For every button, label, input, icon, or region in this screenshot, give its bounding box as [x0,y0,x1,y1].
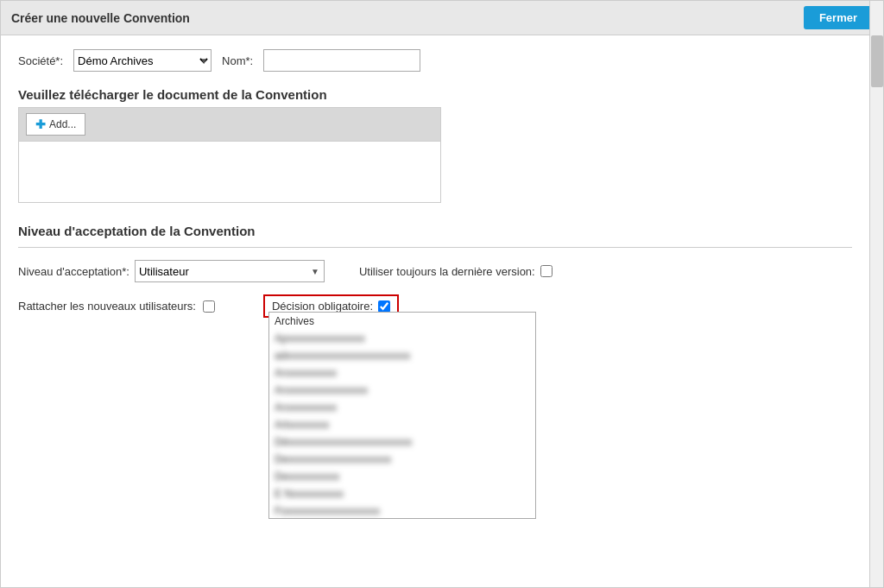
niveau-label: Niveau d'acceptation*: [18,265,129,278]
societe-select-wrapper: Démo Archives ▼ [73,49,212,72]
rattacher-label: Rattacher les nouveaux utilisateurs: [18,300,196,313]
dropdown-list[interactable]: ArchivesApxxxxxxxxxxxxxxxadxxxxxxxxxxxxx… [268,312,536,519]
scrollbar[interactable] [869,1,883,587]
modal-title: Créer une nouvelle Convention [11,11,190,25]
upload-section: Veuillez télécharger le document de la C… [18,87,852,203]
modal: Créer une nouvelle Convention Fermer Soc… [0,0,884,588]
nom-label: Nom*: [222,54,253,67]
acceptance-row: Niveau d'acceptation*: Utilisateur ▼ Uti… [18,260,852,282]
plus-icon: ✚ [35,117,46,131]
utiliser-label: Utiliser toujours la dernière version: [359,265,535,278]
niveau-select-wrapper: Utilisateur ▼ [135,260,325,282]
add-button[interactable]: ✚ Add... [26,113,85,136]
societe-label: Société*: [18,54,63,67]
rattacher-checkbox[interactable] [203,300,215,313]
list-item[interactable]: Arxxxxxxxxxx [269,364,535,382]
list-item[interactable]: Déxxxxxxxxxxxxxxxxxxxxxxxx [269,433,535,451]
list-item[interactable]: Foxxxxxxxxxxxxxxxxxx [269,503,535,519]
list-item[interactable]: adxxxxxxxxxxxxxxxxxxxxxxxx [269,347,535,364]
niveau-group: Niveau d'acceptation*: Utilisateur ▼ [18,260,325,282]
list-item[interactable]: Dexxxxxxxxxx [269,468,535,485]
upload-toolbar: ✚ Add... [19,108,440,142]
list-item[interactable]: Artxxxxxxxx [269,416,535,433]
acceptance-section: Niveau d'acceptation de la Convention Ni… [18,224,852,318]
close-button[interactable]: Fermer [804,6,873,29]
upload-section-title: Veuillez télécharger le document de la C… [18,87,852,102]
list-item[interactable]: Apxxxxxxxxxxxxxxx [269,330,535,347]
modal-content: Société*: Démo Archives ▼ Nom*: Veuillez… [1,35,869,338]
scrollbar-thumb [871,35,883,87]
utiliser-checkbox[interactable] [540,265,552,277]
modal-header: Créer une nouvelle Convention Fermer [1,1,883,35]
acceptance-section-title: Niveau d'acceptation de la Convention [18,224,852,238]
add-button-label: Add... [49,118,76,130]
list-item[interactable]: E Nxxxxxxxxxx [269,485,535,503]
societe-select[interactable]: Démo Archives [73,49,212,72]
niveau-select[interactable]: Utilisateur [135,260,325,282]
list-item[interactable]: Arxxxxxxxxxxxxxxxx [269,382,535,399]
divider [18,247,852,248]
nom-input[interactable] [263,49,420,72]
societe-nom-row: Société*: Démo Archives ▼ Nom*: [18,49,852,72]
list-item[interactable]: Archives [269,313,535,330]
list-item[interactable]: Dexxxxxxxxxxxxxxxxxxxx [269,451,535,468]
list-item[interactable]: Arxxxxxxxxxx [269,399,535,416]
upload-dropzone[interactable] [19,142,440,202]
upload-area: ✚ Add... [18,107,441,203]
decision-checkbox[interactable] [378,300,390,313]
decision-label: Décision obligatoire: [272,300,373,313]
utiliser-group: Utiliser toujours la dernière version: [359,265,552,278]
